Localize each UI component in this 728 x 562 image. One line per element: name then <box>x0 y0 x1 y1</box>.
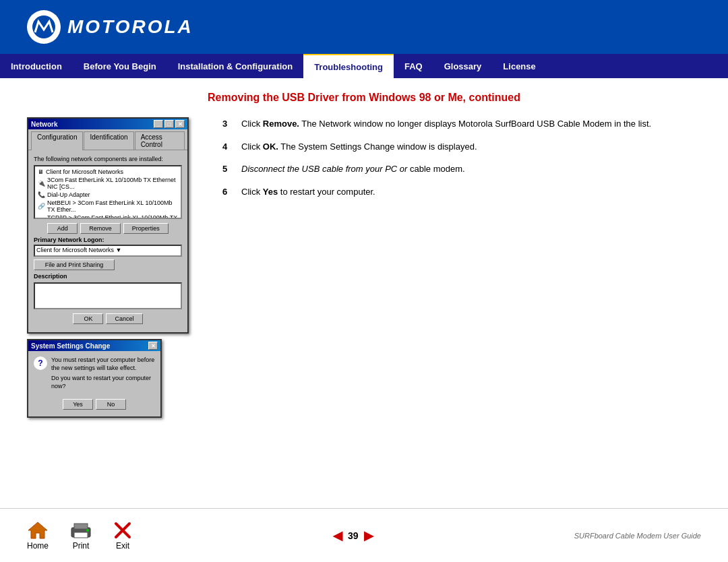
print-label: Print <box>73 541 90 551</box>
system-dialog-buttons: ✕ <box>148 342 158 350</box>
step-4-number: 4 <box>222 140 233 154</box>
list-item-3: 📞 Dial-Up Adapter <box>36 191 179 199</box>
network-dialog-titlebar: Network _ □ ✕ <box>28 119 187 129</box>
tab-configuration[interactable]: Configuration <box>31 131 83 150</box>
home-label: Home <box>27 541 49 551</box>
yes-button[interactable]: Yes <box>63 399 93 410</box>
instructions-area: 3 Click Remove. The Network window no lo… <box>222 117 701 208</box>
dialog-tabs: Configuration Identification Access Cont… <box>28 129 187 150</box>
print-button[interactable]: Print <box>69 521 93 551</box>
primary-logon-label: Primary Network Logon: <box>34 237 182 243</box>
list-item-5: 🔗 TCP/IP > 3Com Fast EtherLink XL 10/100… <box>36 214 179 219</box>
system-dialog-line2: Do you want to restart your computer now… <box>51 375 155 390</box>
footer-guide-text: SURFboard Cable Modem User Guide <box>574 532 701 540</box>
nav-license[interactable]: License <box>492 54 546 78</box>
nav-before-you-begin[interactable]: Before You Begin <box>73 54 167 78</box>
home-icon <box>27 521 49 540</box>
network-dialog: Network _ □ ✕ Configuration Identificati… <box>27 117 189 334</box>
header-bar: MOTOROLA <box>0 0 728 54</box>
maximize-button[interactable]: □ <box>164 120 174 128</box>
step-3-text: Click Remove. The Network window no long… <box>241 117 651 131</box>
list-item-2: 🔌 3Com Fast EtherLink XL 10/100Mb TX Eth… <box>36 176 179 191</box>
step-5: 5 Disconnect the USB cable from your PC … <box>222 162 701 176</box>
home-button[interactable]: Home <box>27 521 49 551</box>
system-dialog-text: You must restart your computer before th… <box>51 356 155 391</box>
system-dialog-action-buttons: Yes No <box>28 399 160 414</box>
exit-label: Exit <box>116 541 129 551</box>
description-label: Description <box>34 273 182 280</box>
footer-center: ◀ 39 ▶ <box>132 528 574 543</box>
system-dialog-line1: You must restart your computer before th… <box>51 356 155 372</box>
print-icon <box>69 521 93 540</box>
svg-rect-4 <box>74 532 88 538</box>
footer-left: Home Print Exit <box>27 521 132 551</box>
page-navigation: ◀ 39 ▶ <box>333 528 373 543</box>
ok-button[interactable]: OK <box>73 313 103 324</box>
step-3: 3 Click Remove. The Network window no lo… <box>222 117 701 131</box>
step-5-text: Disconnect the USB cable from your PC or… <box>241 162 465 176</box>
sys-close-button[interactable]: ✕ <box>148 342 158 350</box>
minimize-button[interactable]: _ <box>154 120 163 128</box>
next-page-button[interactable]: ▶ <box>364 528 373 543</box>
nav-installation[interactable]: Installation & Configuration <box>167 54 303 78</box>
footer: Home Print Exit ◀ 39 ▶ SURFboard Cable M <box>0 508 728 562</box>
nav-glossary[interactable]: Glossary <box>433 54 493 78</box>
cancel-button[interactable]: Cancel <box>106 313 142 324</box>
tab-identification[interactable]: Identification <box>84 131 133 150</box>
dialog-body: The following network components are ins… <box>28 150 187 332</box>
system-dialog-body: ? You must restart your computer before … <box>28 351 160 396</box>
prev-page-button[interactable]: ◀ <box>333 528 342 543</box>
svg-marker-1 <box>28 522 47 538</box>
step-list: 3 Click Remove. The Network window no lo… <box>222 117 701 198</box>
motorola-logo: MOTOROLA <box>27 10 193 44</box>
exit-button[interactable]: Exit <box>113 521 132 551</box>
step-4-text: Click OK. The System Settings Change win… <box>241 140 477 154</box>
list-item-4: 🔗 NetBEUI > 3Com Fast EtherLink XL 10/10… <box>36 199 179 214</box>
step-4: 4 Click OK. The System Settings Change w… <box>222 140 701 154</box>
system-dialog-title: System Settings Change <box>31 342 110 350</box>
step-5-number: 5 <box>222 162 233 176</box>
network-listbox[interactable]: 🖥 Client for Microsoft Networks 🔌 3Com F… <box>34 165 182 219</box>
question-icon: ? <box>34 356 47 370</box>
step-3-number: 3 <box>222 117 233 131</box>
page-title: Removing the USB Driver from Windows 98 … <box>27 92 701 104</box>
navigation-bar: Introduction Before You Begin Installati… <box>0 54 728 78</box>
content-area: Network _ □ ✕ Configuration Identificati… <box>27 117 701 418</box>
dialog-titlebar-buttons: _ □ ✕ <box>154 120 185 128</box>
system-settings-dialog: System Settings Change ✕ ? You must rest… <box>27 339 162 418</box>
close-button[interactable]: ✕ <box>175 120 185 128</box>
system-dialog-titlebar: System Settings Change ✕ <box>28 340 160 351</box>
motorola-logo-icon <box>27 10 61 44</box>
svg-point-5 <box>86 529 89 532</box>
main-content: Removing the USB Driver from Windows 98 … <box>0 78 728 431</box>
properties-button[interactable]: Properties <box>123 223 169 234</box>
network-dialog-title: Network <box>31 121 57 128</box>
ok-cancel-buttons: OK Cancel <box>34 313 182 324</box>
nav-faq[interactable]: FAQ <box>394 54 433 78</box>
nav-introduction[interactable]: Introduction <box>0 54 73 78</box>
step-6-number: 6 <box>222 185 233 199</box>
step-6: 6 Click Yes to restart your computer. <box>222 185 701 199</box>
screenshots-area: Network _ □ ✕ Configuration Identificati… <box>27 117 202 418</box>
step-6-text: Click Yes to restart your computer. <box>241 185 375 199</box>
file-print-sharing-button[interactable]: File and Print Sharing <box>34 259 115 270</box>
no-button[interactable]: No <box>96 399 126 410</box>
add-button[interactable]: Add <box>47 223 78 234</box>
description-box <box>34 282 182 309</box>
tab-access-control[interactable]: Access Control <box>135 131 185 150</box>
primary-logon-dropdown[interactable]: Client for Microsoft Networks ▼ <box>34 245 182 257</box>
exit-icon <box>113 521 132 540</box>
remove-button[interactable]: Remove <box>80 223 121 234</box>
network-buttons: Add Remove Properties <box>34 223 182 234</box>
list-item-1: 🖥 Client for Microsoft Networks <box>36 168 179 176</box>
page-number: 39 <box>348 530 359 541</box>
nav-troubleshooting[interactable]: Troubleshooting <box>303 54 394 78</box>
svg-rect-3 <box>74 524 88 529</box>
motorola-text: MOTOROLA <box>67 16 193 38</box>
network-list-label: The following network components are ins… <box>34 156 182 162</box>
